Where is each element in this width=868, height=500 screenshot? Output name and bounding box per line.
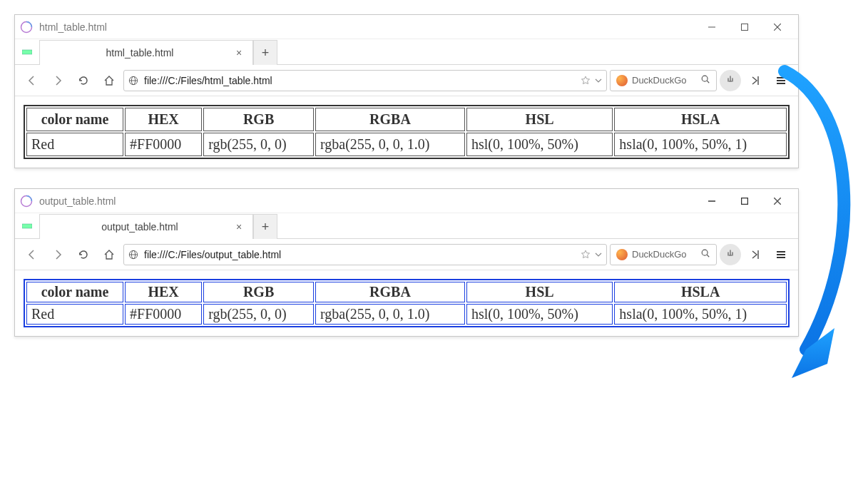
th: HEX xyxy=(125,282,202,302)
toolbar: DuckDuckGo xyxy=(15,65,798,96)
table-header-row: color name HEX RGB RGBA HSL HSLA xyxy=(26,108,787,131)
browser-window-1: html_table.html html_table.html × + Duc xyxy=(14,14,799,168)
svg-point-24 xyxy=(702,250,708,255)
app-icon xyxy=(19,20,34,34)
tab-strip: html_table.html × + xyxy=(15,39,798,65)
th: HEX xyxy=(125,108,202,131)
duckduckgo-icon xyxy=(616,249,628,260)
menu-button[interactable] xyxy=(770,69,792,92)
home-button[interactable] xyxy=(98,243,121,266)
td: hsla(0, 100%, 50%, 1) xyxy=(614,304,787,325)
th: color name xyxy=(26,282,123,302)
titlebar: html_table.html xyxy=(15,15,798,39)
table-row: Red #FF0000 rgb(255, 0, 0) rgba(255, 0, … xyxy=(26,133,787,156)
td: #FF0000 xyxy=(125,133,202,156)
browser-tab[interactable]: output_table.html × xyxy=(39,214,253,239)
back-button[interactable] xyxy=(21,243,44,266)
td: rgba(255, 0, 0, 1.0) xyxy=(315,133,465,156)
svg-rect-5 xyxy=(22,50,32,54)
th: color name xyxy=(26,108,123,131)
new-tab-button[interactable]: + xyxy=(253,40,277,65)
th: RGBA xyxy=(315,108,465,131)
svg-point-9 xyxy=(702,76,708,81)
minimize-button[interactable] xyxy=(695,190,728,212)
search-engine-label: DuckDuckGo xyxy=(632,75,696,86)
adblock-button[interactable] xyxy=(720,70,741,91)
td: #FF0000 xyxy=(125,304,202,325)
th: HSLA xyxy=(614,282,787,302)
search-engine-label: DuckDuckGo xyxy=(632,249,696,260)
td: hsl(0, 100%, 50%) xyxy=(466,133,613,156)
search-engine-selector[interactable]: DuckDuckGo xyxy=(610,244,717,265)
tab-title: html_table.html xyxy=(47,47,233,58)
adblock-button[interactable] xyxy=(720,244,741,265)
table-row: Red #FF0000 rgb(255, 0, 0) rgba(255, 0, … xyxy=(26,304,787,325)
url-input[interactable] xyxy=(143,248,576,261)
tab-strip: output_table.html × + xyxy=(15,213,798,239)
maximize-button[interactable] xyxy=(728,16,761,38)
td: Red xyxy=(26,304,123,325)
svg-line-25 xyxy=(707,255,709,257)
address-dropdown-icon[interactable] xyxy=(595,77,602,84)
td: rgb(255, 0, 0) xyxy=(203,304,314,325)
th: HSLA xyxy=(614,108,787,131)
th: HSL xyxy=(466,282,613,302)
app-icon xyxy=(19,194,34,208)
tab-close-button[interactable]: × xyxy=(233,46,245,59)
sidebar-toggle-button[interactable] xyxy=(744,243,767,266)
titlebar: output_table.html xyxy=(15,189,798,213)
search-icon[interactable] xyxy=(700,248,710,260)
td: hsla(0, 100%, 50%, 1) xyxy=(614,133,787,156)
browser-tab[interactable]: html_table.html × xyxy=(39,40,253,65)
url-input[interactable] xyxy=(143,74,576,87)
svg-rect-17 xyxy=(742,198,748,204)
minimize-button[interactable] xyxy=(695,16,728,38)
td: hsl(0, 100%, 50%) xyxy=(466,304,613,325)
th: HSL xyxy=(466,108,613,131)
home-button[interactable] xyxy=(98,69,121,92)
search-engine-selector[interactable]: DuckDuckGo xyxy=(610,70,717,91)
close-window-button[interactable] xyxy=(761,16,794,38)
bookmark-star-icon[interactable] xyxy=(581,76,591,86)
tab-close-button[interactable]: × xyxy=(233,220,245,233)
th: RGB xyxy=(203,282,314,302)
tab-title: output_table.html xyxy=(47,221,233,233)
maximize-button[interactable] xyxy=(728,190,761,212)
window-title: html_table.html xyxy=(39,21,107,33)
forward-button[interactable] xyxy=(46,243,69,266)
address-bar[interactable] xyxy=(123,70,607,91)
color-table: color name HEX RGB RGBA HSL HSLA Red #FF… xyxy=(24,279,790,327)
page-content: color name HEX RGB RGBA HSL HSLA Red #FF… xyxy=(15,270,798,336)
svg-line-10 xyxy=(707,81,709,83)
th: RGB xyxy=(203,108,314,131)
reload-button[interactable] xyxy=(72,243,95,266)
close-window-button[interactable] xyxy=(761,190,794,212)
duckduckgo-icon xyxy=(616,75,628,86)
td: rgb(255, 0, 0) xyxy=(203,133,314,156)
new-tab-button[interactable]: + xyxy=(253,214,277,239)
reload-button[interactable] xyxy=(72,69,95,92)
color-table: color name HEX RGB RGBA HSL HSLA Red #FF… xyxy=(24,105,790,159)
forward-button[interactable] xyxy=(46,69,69,92)
window-favicon xyxy=(19,213,35,238)
td: Red xyxy=(26,133,123,156)
sidebar-toggle-button[interactable] xyxy=(744,69,767,92)
window-favicon xyxy=(19,39,35,64)
svg-rect-20 xyxy=(22,224,32,228)
th: RGBA xyxy=(315,282,465,302)
td: rgba(255, 0, 0, 1.0) xyxy=(315,304,465,325)
address-bar[interactable] xyxy=(123,244,607,265)
back-button[interactable] xyxy=(21,69,44,92)
toolbar: DuckDuckGo xyxy=(15,239,798,270)
menu-button[interactable] xyxy=(770,243,792,266)
globe-icon xyxy=(128,250,138,260)
browser-window-2: output_table.html output_table.html × + … xyxy=(14,188,799,337)
address-dropdown-icon[interactable] xyxy=(595,251,602,258)
globe-icon xyxy=(128,76,138,86)
bookmark-star-icon[interactable] xyxy=(581,250,591,260)
page-content: color name HEX RGB RGBA HSL HSLA Red #FF… xyxy=(15,96,798,168)
table-header-row: color name HEX RGB RGBA HSL HSLA xyxy=(26,282,787,302)
search-icon[interactable] xyxy=(700,74,710,86)
svg-rect-2 xyxy=(742,24,748,30)
window-title: output_table.html xyxy=(39,195,116,207)
